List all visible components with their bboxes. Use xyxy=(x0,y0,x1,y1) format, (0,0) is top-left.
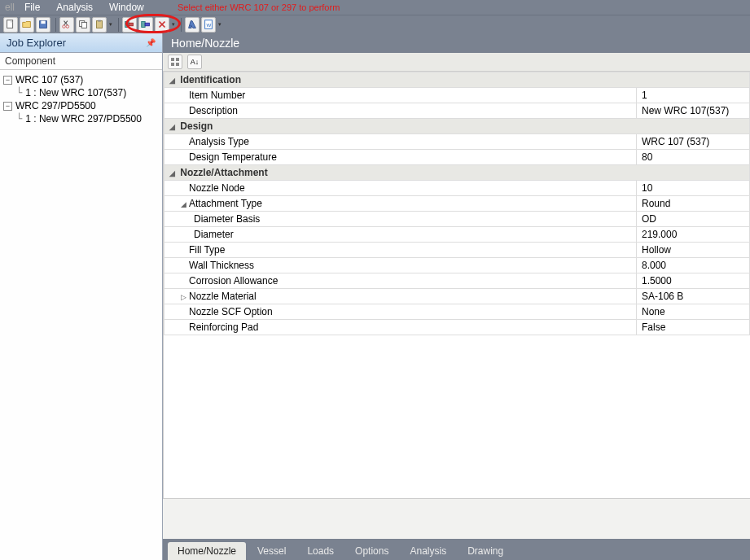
property-row[interactable]: Design Temperature80 xyxy=(164,150,750,165)
property-toolbar: A↓ xyxy=(163,53,750,72)
save-button[interactable] xyxy=(36,17,50,33)
property-label: Corrosion Allowance xyxy=(164,273,637,289)
property-label: Nozzle SCF Option xyxy=(164,304,637,320)
toolbar-dropdown-3[interactable]: ▾ xyxy=(217,18,222,32)
property-value[interactable]: 80 xyxy=(637,150,750,165)
property-row[interactable]: Analysis TypeWRC 107 (537) xyxy=(164,134,750,150)
toolbar-dropdown-2[interactable]: ▾ xyxy=(171,18,176,32)
component-label: Component xyxy=(0,53,162,70)
tree-node[interactable]: − WRC 107 (537) xyxy=(0,73,162,86)
wrc297-button[interactable] xyxy=(138,17,153,33)
delete-button[interactable] xyxy=(155,17,169,33)
property-value[interactable]: None xyxy=(637,304,750,320)
tab-drawing[interactable]: Drawing xyxy=(458,542,513,560)
svg-rect-10 xyxy=(129,23,133,26)
tree-child-label: 1 : New WRC 297/PD5500 xyxy=(25,113,142,125)
property-row[interactable]: Diameter219.000 xyxy=(164,227,750,243)
expand-icon[interactable]: ◢ xyxy=(169,77,178,85)
property-label: Reinforcing Pad xyxy=(164,320,637,335)
expand-icon[interactable]: ◢ xyxy=(181,200,189,208)
tab-options[interactable]: Options xyxy=(345,542,398,560)
toolbar-dropdown-1[interactable]: ▾ xyxy=(108,18,113,32)
tab-home-nozzle[interactable]: Home/Nozzle xyxy=(168,542,246,560)
property-value[interactable]: New WRC 107(537) xyxy=(637,103,750,119)
tree-branch-icon: └ xyxy=(16,87,22,98)
svg-rect-0 xyxy=(7,20,13,28)
tree-child[interactable]: └ 1 : New WRC 297/PD5500 xyxy=(0,112,162,125)
property-row[interactable]: Nozzle Node10 xyxy=(164,181,750,196)
main-area: Job Explorer 📌 Component − WRC 107 (537)… xyxy=(0,33,750,560)
tree-child-label: 1 : New WRC 107(537) xyxy=(25,87,126,98)
property-value[interactable]: 1 xyxy=(637,88,750,103)
copy-button[interactable] xyxy=(76,17,90,33)
property-value[interactable]: OD xyxy=(637,212,750,227)
expand-icon[interactable]: ◢ xyxy=(169,123,178,131)
paste-button[interactable] xyxy=(92,17,107,33)
alphabetical-button[interactable]: A↓ xyxy=(187,55,202,69)
property-label: ▷Nozzle Material xyxy=(164,289,637,304)
tree-node-label: WRC 107 (537) xyxy=(15,74,83,85)
tab-analysis[interactable]: Analysis xyxy=(400,542,456,560)
menu-file[interactable]: File xyxy=(16,2,48,13)
tree: − WRC 107 (537) └ 1 : New WRC 107(537) −… xyxy=(0,70,162,129)
categorized-button[interactable] xyxy=(168,55,182,69)
property-value[interactable]: False xyxy=(637,320,750,335)
property-label: Analysis Type xyxy=(164,134,637,150)
property-value[interactable]: 10 xyxy=(637,181,750,196)
property-value[interactable]: 219.000 xyxy=(637,227,750,243)
tab-vessel[interactable]: Vessel xyxy=(248,542,296,560)
property-label: Nozzle Node xyxy=(164,181,637,196)
property-category[interactable]: ◢ Design xyxy=(164,119,750,134)
menu-analysis[interactable]: Analysis xyxy=(48,2,101,13)
tree-branch-icon: └ xyxy=(16,113,22,125)
property-label: Diameter Basis xyxy=(164,212,637,227)
property-value[interactable]: WRC 107 (537) xyxy=(637,134,750,150)
property-row[interactable]: Corrosion Allowance1.5000 xyxy=(164,273,750,289)
svg-rect-2 xyxy=(41,21,45,24)
new-button[interactable] xyxy=(3,17,18,33)
property-row[interactable]: DescriptionNew WRC 107(537) xyxy=(164,103,750,119)
property-row[interactable]: Nozzle SCF OptionNone xyxy=(164,304,750,320)
job-explorer-panel: Job Explorer 📌 Component − WRC 107 (537)… xyxy=(0,33,163,560)
report-button[interactable]: W xyxy=(201,17,216,33)
menu-window[interactable]: Window xyxy=(101,2,152,13)
property-row[interactable]: Diameter BasisOD xyxy=(164,212,750,227)
cut-button[interactable] xyxy=(59,17,74,33)
property-label: Design Temperature xyxy=(164,150,637,165)
tab-loads[interactable]: Loads xyxy=(297,542,344,560)
svg-rect-9 xyxy=(125,22,129,28)
svg-text:W: W xyxy=(206,22,211,28)
collapse-icon[interactable]: − xyxy=(3,102,12,111)
svg-rect-18 xyxy=(176,63,179,66)
property-row[interactable]: Reinforcing PadFalse xyxy=(164,320,750,335)
tree-child[interactable]: └ 1 : New WRC 107(537) xyxy=(0,86,162,99)
job-explorer-title: Job Explorer xyxy=(7,37,66,49)
property-row[interactable]: Item Number1 xyxy=(164,88,750,103)
property-value[interactable]: SA-106 B xyxy=(637,289,750,304)
tree-node[interactable]: − WRC 297/PD5500 xyxy=(0,99,162,112)
property-value[interactable]: Hollow xyxy=(637,243,750,258)
pin-icon[interactable]: 📌 xyxy=(146,38,156,47)
property-value[interactable]: Round xyxy=(637,196,750,212)
svg-point-4 xyxy=(66,25,69,28)
property-row[interactable]: Wall Thickness8.000 xyxy=(164,258,750,273)
property-label: Fill Type xyxy=(164,243,637,258)
property-value[interactable]: 1.5000 xyxy=(637,273,750,289)
description-pane xyxy=(163,498,750,539)
expand-icon[interactable]: ◢ xyxy=(169,169,178,177)
property-category[interactable]: ◢ Nozzle/Attachment xyxy=(164,165,750,181)
property-value[interactable]: 8.000 xyxy=(637,258,750,273)
toolbar-separator xyxy=(118,18,119,32)
property-row[interactable]: Fill TypeHollow xyxy=(164,243,750,258)
property-row[interactable]: ▷Nozzle MaterialSA-106 B xyxy=(164,289,750,304)
open-button[interactable] xyxy=(20,17,34,33)
wrc107-button[interactable] xyxy=(122,17,137,33)
expand-icon[interactable]: ▷ xyxy=(181,293,189,301)
run-analysis-button[interactable] xyxy=(185,17,200,33)
collapse-icon[interactable]: − xyxy=(3,76,12,85)
property-row[interactable]: ◢Attachment TypeRound xyxy=(164,196,750,212)
property-label: ◢Attachment Type xyxy=(164,196,637,212)
overlay-hint: Select either WRC 107 or 297 to perform xyxy=(178,2,340,12)
property-category[interactable]: ◢ Identification xyxy=(164,72,750,88)
property-label: Description xyxy=(164,103,637,119)
